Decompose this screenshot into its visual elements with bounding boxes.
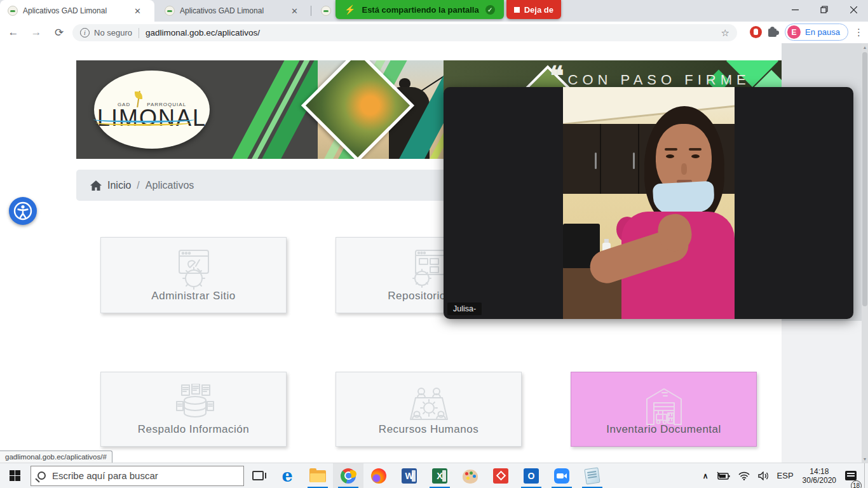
profile-chip[interactable]: E En pausa xyxy=(785,24,848,41)
shield-check-icon: ✓ xyxy=(485,5,495,15)
taskbar-app-paint[interactable] xyxy=(455,463,485,488)
wifi-icon[interactable] xyxy=(734,463,754,488)
stop-icon xyxy=(514,7,520,13)
edge-icon: e xyxy=(281,469,292,483)
link-status-bubble: gadlimonal.gob.ec/aplicativos/# xyxy=(0,451,112,463)
card-inventario-documental[interactable]: Inventario Documental xyxy=(571,372,757,447)
taskbar-app-excel[interactable]: X xyxy=(424,463,455,488)
browser-tab-1[interactable]: Aplicativos GAD Limonal ✕ xyxy=(0,0,154,22)
taskbar-app-firefox[interactable] xyxy=(363,463,394,488)
scrollbar-thumb[interactable] xyxy=(862,52,867,306)
show-desktop-button[interactable] xyxy=(864,463,868,488)
close-window-button[interactable] xyxy=(839,0,868,19)
speaker-icon[interactable] xyxy=(754,463,773,488)
back-icon[interactable]: ← xyxy=(4,23,23,42)
taskbar-app-outlook[interactable]: O xyxy=(516,463,546,488)
tab-separator xyxy=(311,6,311,16)
video-call-window[interactable]: Julisa- xyxy=(444,87,853,319)
stop-sharing-button[interactable]: Deja de xyxy=(506,0,561,19)
site-info-icon[interactable]: i xyxy=(80,28,90,37)
tab-close-icon[interactable]: ✕ xyxy=(133,6,142,16)
language-indicator[interactable]: ESP xyxy=(773,463,797,488)
excel-icon: X xyxy=(432,468,447,484)
file-explorer-icon xyxy=(309,470,326,483)
taskbar-app-zoom[interactable] xyxy=(546,463,577,488)
card-administrar-sitio[interactable]: Administrar Sitio xyxy=(100,237,287,313)
quote-mark: ❝ xyxy=(550,65,564,87)
taskbar-app-chrome[interactable] xyxy=(333,463,363,488)
yellow-wave xyxy=(96,119,191,126)
breadcrumb-current: Aplicativos xyxy=(146,180,194,191)
tab-title: Aplicativos GAD Limonal xyxy=(23,6,128,15)
notepad-icon xyxy=(584,467,600,484)
battery-icon[interactable] xyxy=(712,463,734,488)
screen-share-banner: ⚡ Está compartiendo la pantalla ✓ Deja d… xyxy=(336,0,561,19)
search-icon xyxy=(37,471,46,480)
participant-name-tag: Julisa- xyxy=(447,302,482,315)
notification-icon xyxy=(845,471,857,480)
sync-status-label: En pausa xyxy=(805,27,840,37)
tab-title: Aplicativos GAD Limonal xyxy=(180,6,285,15)
windows-logo-icon xyxy=(10,470,20,481)
tray-chevron-icon[interactable]: ∧ xyxy=(699,463,712,488)
system-tray: ∧ ESP 14:18 30/6/2020 18 xyxy=(699,463,868,488)
toolbar-right: E En pausa ⋮ xyxy=(750,24,863,41)
stop-sharing-label: Deja de xyxy=(524,5,553,15)
taskbar-app-notepad[interactable] xyxy=(577,463,607,488)
tray-date: 30/6/2020 xyxy=(803,476,836,485)
gad-limonal-logo: GAD PARROQUIAL LIMONAL xyxy=(94,71,210,149)
zoom-bolt-icon: ⚡ xyxy=(344,4,355,15)
share-status-text: Está compartiendo la pantalla xyxy=(362,5,478,15)
card-respaldo-informacion[interactable]: Respaldo Información xyxy=(100,372,287,447)
taskbar-search-input[interactable]: Escribe aquí para buscar xyxy=(31,466,244,486)
notification-badge: 18 xyxy=(851,480,862,488)
omnibox-divider xyxy=(139,28,139,38)
breadcrumb-home-link[interactable]: Inicio xyxy=(107,180,131,191)
breadcrumb-separator: / xyxy=(137,180,139,191)
tray-time: 14:18 xyxy=(803,467,836,476)
warehouse-inventory-icon xyxy=(639,384,689,431)
scroll-down-icon[interactable]: ▼ xyxy=(862,455,868,463)
adblock-icon[interactable] xyxy=(750,26,762,38)
accessibility-widget-button[interactable] xyxy=(9,197,37,225)
avatar: E xyxy=(787,25,801,39)
paint-icon xyxy=(463,470,478,484)
page-scrollbar[interactable]: ▲ ▼ xyxy=(862,43,868,463)
windows-taskbar: Escribe aquí para buscar e W X O ∧ xyxy=(0,463,868,488)
bookmark-star-icon[interactable]: ☆ xyxy=(721,27,729,39)
search-placeholder: Escribe aquí para buscar xyxy=(52,470,158,481)
browser-tab-2[interactable]: Aplicativos GAD Limonal ✕ xyxy=(157,0,309,22)
url-text: gadlimonal.gob.ec/aplicativos/ xyxy=(146,28,260,37)
page-right-gutter xyxy=(782,321,862,463)
tab-close-icon[interactable]: ✕ xyxy=(290,6,299,16)
scroll-up-icon[interactable]: ▲ xyxy=(862,43,868,51)
taskbar-app-word[interactable]: W xyxy=(394,463,424,488)
task-view-button[interactable] xyxy=(244,463,272,488)
url-omnibox[interactable]: i No seguro gadlimonal.gob.ec/aplicativo… xyxy=(72,24,737,41)
browser-menu-icon[interactable]: ⋮ xyxy=(854,30,863,34)
minimize-button[interactable] xyxy=(780,0,810,19)
action-center-button[interactable]: 18 xyxy=(841,463,864,488)
human-resources-icon xyxy=(404,384,454,431)
home-icon[interactable] xyxy=(90,180,102,191)
participant-video xyxy=(563,87,735,319)
taskbar-app-red[interactable] xyxy=(485,463,516,488)
banner-slogan: ❝ CON PASO FIRME xyxy=(550,65,750,88)
firefox-icon xyxy=(371,468,386,484)
start-button[interactable] xyxy=(0,463,29,488)
restore-button[interactable] xyxy=(810,0,839,19)
taskbar-apps: e W X O xyxy=(272,463,607,488)
chrome-icon xyxy=(341,468,356,484)
reload-icon[interactable]: ⟳ xyxy=(50,23,69,42)
card-recursos-humanos[interactable]: Recursos Humanos xyxy=(336,372,522,447)
outlook-icon: O xyxy=(524,468,539,484)
tray-clock[interactable]: 14:18 30/6/2020 xyxy=(797,467,841,485)
extensions-puzzle-icon[interactable] xyxy=(768,27,779,38)
taskbar-app-edge[interactable]: e xyxy=(272,463,302,488)
share-status: ⚡ Está compartiendo la pantalla ✓ xyxy=(336,0,504,19)
forward-icon[interactable]: → xyxy=(27,23,46,42)
word-icon: W xyxy=(402,468,417,484)
window-controls xyxy=(780,0,868,19)
red-diamond-app-icon xyxy=(493,468,508,484)
taskbar-app-file-explorer[interactable] xyxy=(302,463,333,488)
